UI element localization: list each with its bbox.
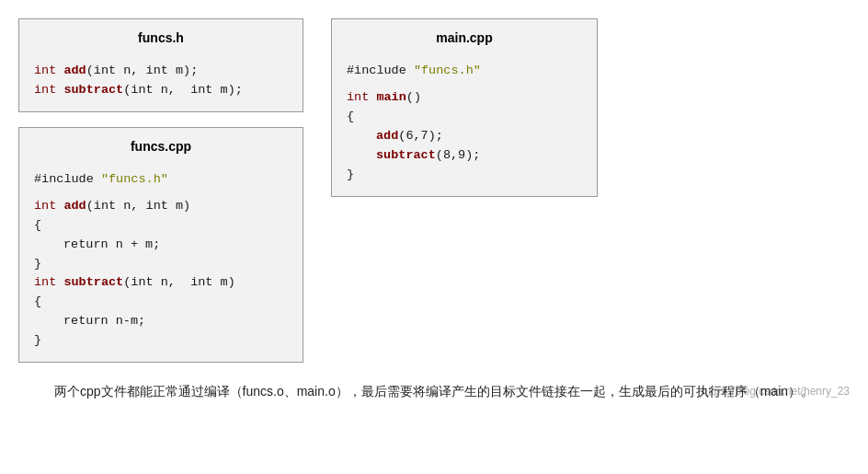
code-text: (int n, int m)	[123, 275, 235, 289]
string-literal: "funcs.h"	[414, 64, 481, 77]
code-text: }	[34, 257, 41, 271]
code-line: subtract(8,9);	[347, 146, 582, 166]
code-text: (int n, int m);	[86, 64, 199, 77]
funcs-h-title: funcs.h	[34, 30, 288, 45]
code-line: {	[347, 108, 582, 127]
code-text: #include	[34, 172, 101, 186]
code-text: (6,7);	[398, 129, 443, 143]
code-line: }	[34, 331, 288, 351]
code-text: #include	[347, 64, 414, 77]
keyword: int	[34, 199, 63, 213]
function-name: main	[376, 90, 405, 104]
diagram-area: funcs.h int add(int n, int m); int subtr…	[18, 18, 850, 363]
code-line: #include "funcs.h"	[34, 170, 288, 190]
code-line: int add(int n, int m)	[34, 197, 288, 216]
code-line: {	[34, 216, 288, 236]
code-line: return n + m;	[34, 236, 288, 255]
keyword: int	[347, 90, 376, 104]
main-cpp-box: main.cpp #include "funcs.h" int main() {…	[331, 18, 598, 197]
keyword: int	[34, 83, 63, 97]
code-line: int add(int n, int m);	[34, 62, 288, 81]
funcs-h-box: funcs.h int add(int n, int m); int subtr…	[18, 18, 303, 112]
code-text: }	[347, 168, 354, 181]
code-line: return n-m;	[34, 312, 288, 331]
code-line: #include "funcs.h"	[347, 62, 582, 81]
right-column: main.cpp #include "funcs.h" int main() {…	[331, 18, 598, 197]
main-cpp-title: main.cpp	[347, 30, 582, 45]
left-column: funcs.h int add(int n, int m); int subtr…	[18, 18, 303, 363]
function-name: add	[63, 64, 86, 77]
keyword: int	[34, 275, 63, 289]
code-text: (int n, int m)	[86, 199, 190, 213]
string-literal: "funcs.h"	[101, 172, 168, 186]
funcs-cpp-box: funcs.cpp #include "funcs.h" int add(int…	[18, 127, 303, 363]
code-text: {	[34, 295, 41, 308]
funcs-cpp-title: funcs.cpp	[34, 139, 288, 154]
code-text: {	[34, 218, 41, 232]
code-text: }	[34, 333, 41, 347]
code-line: int subtract(int n, int m);	[34, 81, 288, 100]
code-line: {	[34, 293, 288, 312]
code-text: return n + m;	[63, 237, 160, 251]
code-line: }	[347, 166, 582, 185]
caption-text: 两个cpp文件都能正常通过编译（funcs.o、main.o），最后需要将编译产…	[18, 381, 850, 403]
function-name: add	[63, 199, 86, 213]
code-text: ()	[406, 90, 421, 104]
function-name: subtract	[63, 83, 123, 97]
code-text: (8,9);	[436, 148, 481, 162]
keyword: int	[34, 64, 63, 77]
code-text: {	[347, 110, 354, 123]
code-line: int main()	[347, 88, 582, 108]
code-text: (int n, int m);	[123, 83, 243, 97]
code-line: add(6,7);	[347, 127, 582, 146]
function-name: subtract	[63, 275, 123, 289]
function-name: add	[376, 129, 398, 143]
code-line: }	[34, 255, 288, 274]
caption-area: 两个cpp文件都能正常通过编译（funcs.o、main.o），最后需要将编译产…	[18, 381, 850, 403]
code-line: int subtract(int n, int m)	[34, 273, 288, 293]
code-text: return n-m;	[63, 314, 145, 328]
function-name: subtract	[376, 148, 436, 162]
